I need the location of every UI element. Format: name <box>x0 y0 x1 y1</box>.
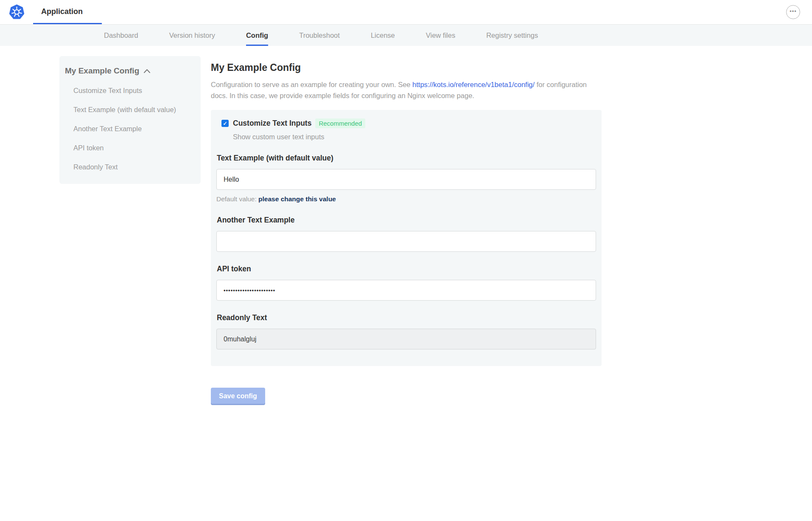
config-group-card: ✓ Customize Text Inputs Recommended Show… <box>211 110 602 366</box>
customize-text-inputs-help: Show custom user text inputs <box>233 133 596 141</box>
page-description: Configuration to serve as an example for… <box>211 79 593 101</box>
config-docs-link[interactable]: https://kots.io/reference/v1beta1/config… <box>412 81 535 88</box>
sidebar-item-list: Customize Text Inputs Text Example (with… <box>64 87 192 171</box>
config-main: My Example Config Configuration to serve… <box>211 56 602 405</box>
helper-default-value: please change this value <box>258 195 336 203</box>
tab-license[interactable]: License <box>371 25 395 46</box>
kubernetes-logo-icon <box>9 4 25 20</box>
page-title: My Example Config <box>211 62 602 73</box>
readonly-text-label: Readonly Text <box>217 313 596 322</box>
customize-text-inputs-row: ✓ Customize Text Inputs Recommended <box>221 118 596 128</box>
sidebar-item-text-example[interactable]: Text Example (with default value) <box>73 106 192 114</box>
config-page: My Example Config Customize Text Inputs … <box>0 46 812 405</box>
sidebar-item-another-text-example[interactable]: Another Text Example <box>73 125 192 133</box>
customize-text-inputs-checkbox[interactable]: ✓ <box>221 120 229 127</box>
api-token-label: API token <box>217 265 596 273</box>
sidebar-group-title: My Example Config <box>65 66 139 76</box>
helper-prefix: Default value: <box>216 195 258 203</box>
sidebar-item-api-token[interactable]: API token <box>73 144 192 152</box>
tab-config[interactable]: Config <box>246 25 268 46</box>
tab-registry-settings[interactable]: Registry settings <box>486 25 538 46</box>
readonly-text-input <box>216 329 596 349</box>
app-header: Application ••• <box>0 0 812 24</box>
text-example-input[interactable] <box>216 169 596 190</box>
kubernetes-logo <box>0 0 33 24</box>
tab-version-history[interactable]: Version history <box>169 25 215 46</box>
tab-view-files[interactable]: View files <box>426 25 455 46</box>
tab-dashboard[interactable]: Dashboard <box>104 25 138 46</box>
customize-text-inputs-label[interactable]: Customize Text Inputs <box>233 119 311 128</box>
sidebar-item-customize-text-inputs[interactable]: Customize Text Inputs <box>73 87 192 95</box>
tab-troubleshoot[interactable]: Troubleshoot <box>299 25 340 46</box>
another-text-example-label: Another Text Example <box>217 216 596 225</box>
text-example-label: Text Example (with default value) <box>217 154 596 163</box>
description-text-before: Configuration to serve as an example for… <box>211 81 412 88</box>
another-text-example-input[interactable] <box>216 231 596 252</box>
save-config-button[interactable]: Save config <box>211 388 265 405</box>
text-example-helper: Default value: please change this value <box>216 195 596 203</box>
sidebar-group-my-example-config[interactable]: My Example Config <box>64 66 192 76</box>
recommended-badge: Recommended <box>315 118 365 128</box>
app-tab-application[interactable]: Application <box>33 0 102 24</box>
overflow-menu-button[interactable]: ••• <box>786 5 800 19</box>
config-sidebar: My Example Config Customize Text Inputs … <box>59 56 201 184</box>
chevron-up-icon <box>143 69 151 73</box>
api-token-input[interactable] <box>216 280 596 301</box>
sidebar-item-readonly-text[interactable]: Readonly Text <box>73 163 192 171</box>
app-subnav: Dashboard Version history Config Trouble… <box>0 24 812 46</box>
